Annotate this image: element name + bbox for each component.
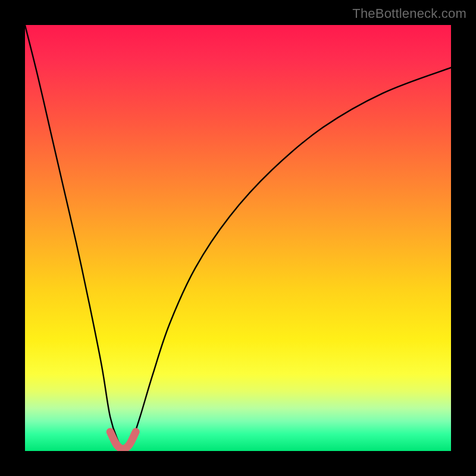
watermark-text: TheBottleneck.com	[352, 6, 466, 21]
bottleneck-curve-path	[25, 25, 451, 451]
bottleneck-curve-svg	[25, 25, 451, 451]
chart-frame: TheBottleneck.com	[0, 0, 476, 476]
optimum-highlight-path	[110, 432, 136, 449]
plot-area	[25, 25, 451, 451]
